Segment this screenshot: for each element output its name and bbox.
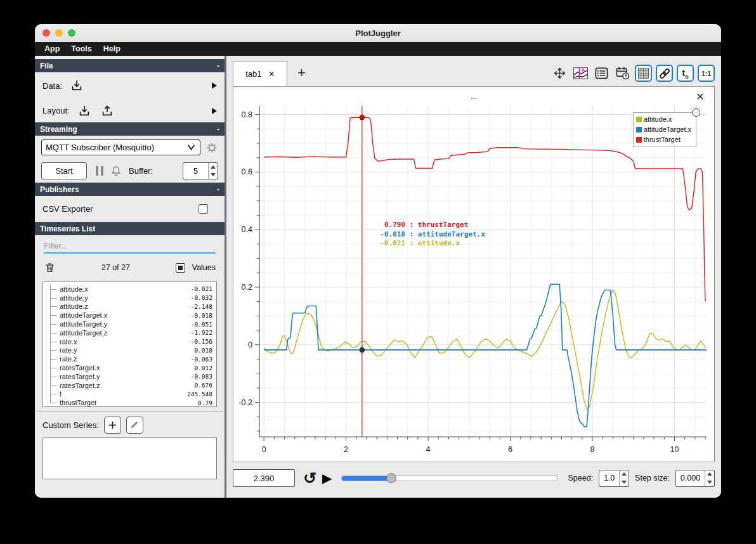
buffer-spinbox[interactable]: 5 [183, 162, 218, 179]
collapse-icon[interactable]: - [217, 185, 219, 194]
section-header-file[interactable]: File - [35, 59, 225, 72]
play-button[interactable]: ▶ [322, 472, 332, 484]
section-header-publishers[interactable]: Publishers - [35, 183, 225, 196]
timeseries-value: -0.156 [191, 338, 212, 345]
edit-custom-series-button[interactable] [126, 417, 143, 434]
timeseries-item[interactable]: attitude.y-0.032 [44, 294, 212, 302]
spin-up-icon[interactable] [209, 163, 218, 171]
menu-item-help[interactable]: Help [98, 44, 126, 53]
streaming-source-select[interactable]: MQTT Subscriber (Mosquitto) [41, 139, 200, 155]
svg-text:0: 0 [248, 340, 252, 349]
time-slider[interactable] [341, 472, 558, 484]
collapse-icon[interactable]: - [217, 62, 219, 70]
legend-label: thrustTarget [644, 136, 681, 143]
timeseries-item[interactable]: t245.548 [44, 390, 212, 399]
close-tab-icon[interactable]: × [268, 69, 274, 79]
section-header-streaming[interactable]: Streaming - [35, 122, 225, 136]
svg-text:0.2: 0.2 [242, 283, 252, 292]
start-streaming-button[interactable]: Start [41, 162, 87, 179]
speed-spinbox[interactable]: 1.0 [599, 470, 629, 487]
values-checkbox[interactable] [176, 263, 185, 273]
trash-icon[interactable] [44, 261, 56, 274]
tracker-readout-line: 0.790 : thrustTarget [376, 221, 485, 230]
legend-item[interactable]: attitudeTarget.x [636, 126, 691, 133]
legend-item[interactable]: attitude.x [636, 115, 691, 123]
ratio-button[interactable]: 1:1 [698, 65, 715, 82]
timeseries-item[interactable]: attitudeTarget.z-1.922 [44, 328, 212, 337]
minimize-window-button[interactable] [55, 29, 63, 37]
menu-item-tools[interactable]: Tools [65, 44, 97, 53]
legend-item[interactable]: thrustTarget [636, 136, 691, 143]
legend-handle-icon[interactable] [692, 108, 700, 117]
chevron-right-icon[interactable] [212, 82, 217, 89]
plot-area[interactable]: ... × 0246810-0.200.20.40.60.8 attitude.… [233, 86, 715, 462]
slider-handle[interactable] [386, 473, 396, 483]
csv-exporter-checkbox[interactable] [199, 204, 208, 214]
spin-up-icon[interactable] [705, 470, 714, 479]
pan-zoom-button[interactable] [551, 65, 568, 82]
gear-icon[interactable] [205, 141, 218, 154]
add-tab-button[interactable]: + [297, 66, 306, 80]
timeseries-item[interactable]: ratesTarget.y-0.083 [44, 372, 212, 381]
load-data-button[interactable] [68, 78, 85, 93]
timeseries-item[interactable]: rate.z-0.063 [44, 354, 212, 363]
custom-series-list[interactable] [42, 437, 217, 479]
time-offset-button[interactable]: to [677, 65, 694, 82]
timeseries-name: t [60, 390, 62, 398]
series-attitudeTarget.x [264, 284, 707, 427]
timeseries-tree: attitude.x-0.021attitude.y-0.032attitude… [42, 282, 217, 407]
collapse-icon[interactable]: - [217, 125, 219, 134]
step-size-label: Step size: [635, 474, 670, 482]
link-axes-button[interactable] [656, 65, 673, 82]
timeseries-item[interactable]: attitude.x-0.021 [44, 285, 212, 294]
streaming-source-value: MQTT Subscriber (Mosquitto) [46, 143, 154, 152]
datetime-button[interactable] [614, 65, 631, 82]
speed-label: Speed: [568, 474, 593, 482]
bell-icon[interactable] [110, 165, 122, 178]
spin-down-icon[interactable] [705, 478, 714, 486]
plot-list-button[interactable] [593, 65, 610, 82]
grid-layout-button[interactable] [635, 65, 652, 82]
timeseries-item[interactable]: attitudeTarget.x-0.018 [44, 311, 212, 320]
timeseries-value: -2.148 [191, 303, 212, 310]
spin-up-icon[interactable] [620, 470, 629, 479]
datetime-icon [615, 66, 630, 81]
timeseries-value: 0.79 [198, 399, 212, 406]
timeseries-item[interactable]: attitude.z-2.148 [44, 302, 212, 311]
plot-legend[interactable]: attitude.xattitudeTarget.xthrustTarget [633, 112, 696, 146]
pause-icon[interactable] [96, 166, 103, 176]
save-layout-button[interactable] [99, 103, 115, 119]
load-layout-button[interactable] [76, 103, 93, 119]
timeseries-name: ratesTarget.x [60, 364, 100, 372]
slider-fill [342, 476, 391, 481]
filter-input[interactable] [44, 240, 216, 254]
menu-item-app[interactable]: App [39, 44, 65, 53]
plotjuggler-window: PlotJuggler AppToolsHelp File - Data: La… [35, 24, 721, 498]
add-custom-series-button[interactable] [104, 417, 121, 434]
link-axes-icon [658, 67, 672, 81]
legend-swatch [636, 137, 642, 143]
spin-down-icon[interactable] [209, 171, 218, 179]
timeseries-item[interactable]: rate.y0.018 [44, 346, 212, 355]
timeseries-item[interactable]: ratesTarget.z0.676 [44, 381, 212, 390]
legend-label: attitude.x [644, 115, 672, 123]
timeseries-item[interactable]: rate.x-0.156 [44, 337, 212, 346]
step-size-spinbox[interactable]: 0.000 [675, 470, 715, 487]
timeseries-item[interactable]: ratesTarget.x0.012 [44, 363, 212, 372]
maximize-window-button[interactable] [68, 29, 75, 37]
chevron-right-icon[interactable] [212, 108, 217, 114]
timeseries-item[interactable]: thrustTarget0.79 [44, 398, 212, 407]
pencil-icon [129, 420, 140, 430]
time-field[interactable]: 2.390 [233, 469, 295, 487]
close-window-button[interactable] [42, 29, 50, 37]
pan-zoom-icon [552, 66, 567, 81]
sidebar: File - Data: Layout: [35, 56, 226, 498]
loop-icon[interactable]: ↺ [303, 471, 316, 485]
tab-tab1[interactable]: tab1 × [233, 61, 287, 86]
tracker-point [360, 347, 364, 352]
upload-icon [100, 104, 114, 118]
timeseries-item[interactable]: attitudeTarget.y-0.051 [44, 320, 212, 328]
curve-tracker-button[interactable]: A [572, 65, 589, 82]
spin-down-icon[interactable] [620, 478, 629, 486]
section-header-timeseries[interactable]: Timeseries List [35, 222, 225, 235]
